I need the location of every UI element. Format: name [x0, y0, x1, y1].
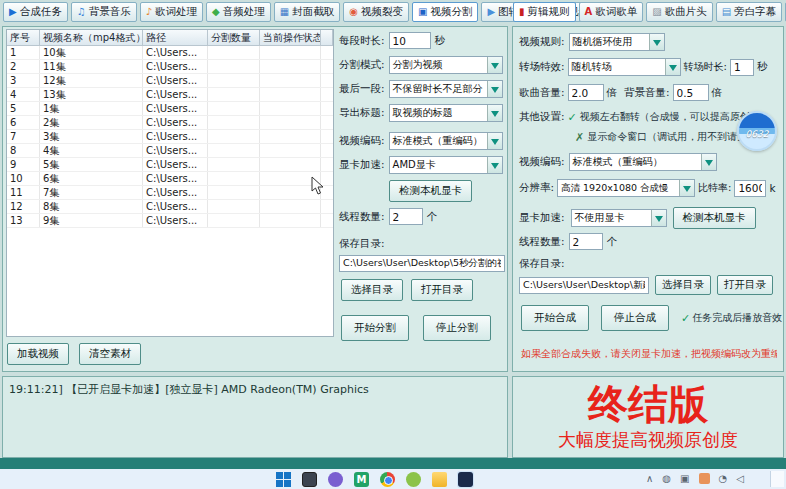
tab-background-music[interactable]: ♫背景音乐	[71, 2, 137, 22]
floating-watermark-widget[interactable]: 0632	[737, 111, 777, 151]
dropdown-arrow-icon[interactable]	[487, 57, 502, 73]
table-row[interactable]: 9 5集 C:\Users...	[7, 158, 333, 172]
col-status[interactable]: 当前操作状态	[260, 30, 321, 45]
dropdown-arrow-icon[interactable]	[651, 210, 666, 226]
export-title-select[interactable]: 取视频的标题	[389, 104, 503, 122]
col-split-count[interactable]: 分割数量	[208, 30, 260, 45]
choose-dir-button-right[interactable]: 选择目录	[655, 275, 711, 295]
dropdown-arrow-icon[interactable]	[649, 34, 664, 50]
table-row[interactable]: 7 3集 C:\Users...	[7, 130, 333, 144]
cross-icon[interactable]: ✗	[575, 131, 584, 144]
bg-volume-input[interactable]	[673, 84, 709, 101]
start-split-button[interactable]: 开始分割	[341, 315, 409, 341]
dropdown-arrow-icon[interactable]	[487, 105, 502, 121]
table-row[interactable]: 1 10集 C:\Users...	[7, 46, 333, 60]
encode-select[interactable]: 标准模式（重编码）	[389, 132, 503, 150]
log-panel[interactable]: 19:11:21] 【已开启显卡加速】[独立显卡] AMD Radeon(TM)…	[2, 376, 508, 458]
col-video-name[interactable]: 视频名称（mp4格式）	[40, 30, 143, 45]
stop-split-button[interactable]: 停止分割	[423, 315, 491, 341]
show-desktop-button[interactable]	[770, 471, 784, 487]
detect-gpu-button[interactable]: 检测本机显卡	[389, 180, 472, 202]
tab-video-fission[interactable]: ◉视频裂变	[343, 2, 409, 22]
table-row[interactable]: 5 1集 C:\Users...	[7, 102, 333, 116]
chrome-icon[interactable]	[380, 472, 395, 487]
table-row[interactable]: 6 2集 C:\Users...	[7, 116, 333, 130]
dropdown-arrow-icon[interactable]	[487, 81, 502, 97]
tab-song-intro[interactable]: ▨歌曲片头	[646, 2, 712, 22]
widgets-icon[interactable]	[302, 472, 317, 487]
table-cell-spacer	[321, 158, 333, 171]
dropdown-arrow-icon[interactable]	[665, 59, 680, 75]
shield-icon[interactable]: ▣	[680, 474, 689, 484]
checkmark-icon[interactable]: ✓	[568, 111, 577, 124]
mail-app-icon[interactable]: M	[354, 472, 369, 487]
windows-start-icon[interactable]	[276, 472, 291, 487]
col-index[interactable]: 序号	[7, 30, 40, 45]
dropdown-arrow-icon[interactable]	[679, 180, 694, 196]
table-cell-path: C:\Users...	[143, 74, 208, 87]
table-body: 1 10集 C:\Users... 2 11集 C:\Users...	[7, 46, 333, 228]
dropdown-arrow-icon[interactable]	[487, 133, 502, 149]
encode-label: 视频编码:	[339, 134, 385, 148]
bell-icon[interactable]: ◍	[662, 474, 671, 484]
active-app-icon[interactable]	[458, 472, 473, 487]
chevron-up-icon[interactable]: ∧	[646, 474, 653, 484]
threads-input-right[interactable]	[569, 233, 603, 250]
encode-select-right[interactable]: 标准模式（重编码）	[569, 153, 717, 171]
tab-subtitle[interactable]: ▤旁白字幕	[716, 2, 782, 22]
table-row[interactable]: 10 6集 C:\Users...	[7, 172, 333, 186]
clear-material-button[interactable]: 清空素材	[79, 343, 141, 365]
sound-option[interactable]: ✓ 任务完成后播放音效	[681, 311, 782, 325]
tab-edit-rule[interactable]: ▮剪辑规则	[513, 2, 576, 22]
dropdown-arrow-icon[interactable]	[487, 157, 502, 173]
network-icon[interactable]: ◔	[719, 474, 728, 484]
gpu-accel-select[interactable]: AMD显卡	[389, 156, 503, 174]
threads-unit-right: 个	[607, 235, 618, 249]
start-compose-button[interactable]: 开始合成	[521, 305, 589, 331]
load-video-button[interactable]: 加载视频	[7, 343, 69, 365]
transition-select[interactable]: 随机转场	[568, 58, 681, 76]
last-segment-select[interactable]: 不保留时长不足部分	[389, 80, 503, 98]
bitrate-input[interactable]	[734, 180, 766, 197]
table-cell-index: 7	[7, 130, 40, 143]
choose-dir-button[interactable]: 选择目录	[341, 279, 403, 301]
gpu-accel-select-right[interactable]: 不使用显卡	[571, 209, 667, 227]
save-dir-input[interactable]	[339, 255, 505, 272]
transition-duration-input[interactable]	[730, 59, 754, 76]
table-row[interactable]: 4 13集 C:\Users...	[7, 88, 333, 102]
tab-audio-process[interactable]: ◆音频处理	[206, 2, 271, 22]
col-path[interactable]: 路径	[143, 30, 208, 45]
table-cell-status	[260, 46, 321, 59]
tab-lyrics-process[interactable]: ♪歌词处理	[140, 2, 203, 22]
file-explorer-icon[interactable]	[432, 472, 447, 487]
table-row[interactable]: 11 7集 C:\Users...	[7, 186, 333, 200]
save-dir-input-right[interactable]	[519, 277, 649, 294]
split-mode-select[interactable]: 分割为视频	[389, 56, 503, 74]
detect-gpu-button-right[interactable]: 检测本机显卡	[673, 207, 756, 229]
duration-input[interactable]	[389, 32, 431, 49]
table-row[interactable]: 13 9集 C:\Users...	[7, 214, 333, 228]
green-app-icon[interactable]	[406, 472, 421, 487]
table-row[interactable]: 8 4集 C:\Users...	[7, 144, 333, 158]
open-dir-button-right[interactable]: 打开目录	[717, 275, 773, 295]
resolution-select[interactable]: 高清 1920x1080 合成慢	[557, 179, 695, 197]
table-cell-name: 11集	[40, 60, 143, 73]
threads-input[interactable]	[389, 208, 423, 225]
open-dir-button[interactable]: 打开目录	[411, 279, 473, 301]
tab-cover-capture[interactable]: ▦封面截取	[274, 2, 340, 22]
volume-icon[interactable]: ◁	[736, 474, 744, 484]
tab-compose-task[interactable]: ▶合成任务	[3, 2, 68, 22]
table-cell-name: 7集	[40, 186, 143, 199]
table-row[interactable]: 3 12集 C:\Users...	[7, 74, 333, 88]
dropdown-arrow-icon[interactable]	[701, 154, 716, 170]
tab-lyrics-list[interactable]: A歌词歌单	[579, 2, 644, 22]
play-icon: ▶	[9, 7, 17, 17]
video-rule-select[interactable]: 随机循环使用	[569, 33, 665, 51]
stop-compose-button[interactable]: 停止合成	[601, 305, 669, 331]
photo-icon[interactable]	[699, 473, 710, 484]
user-app-icon[interactable]	[328, 472, 343, 487]
tab-video-split[interactable]: ▣视频分割	[412, 2, 478, 22]
table-row[interactable]: 12 8集 C:\Users...	[7, 200, 333, 214]
table-row[interactable]: 2 11集 C:\Users...	[7, 60, 333, 74]
song-volume-input[interactable]	[568, 84, 604, 101]
